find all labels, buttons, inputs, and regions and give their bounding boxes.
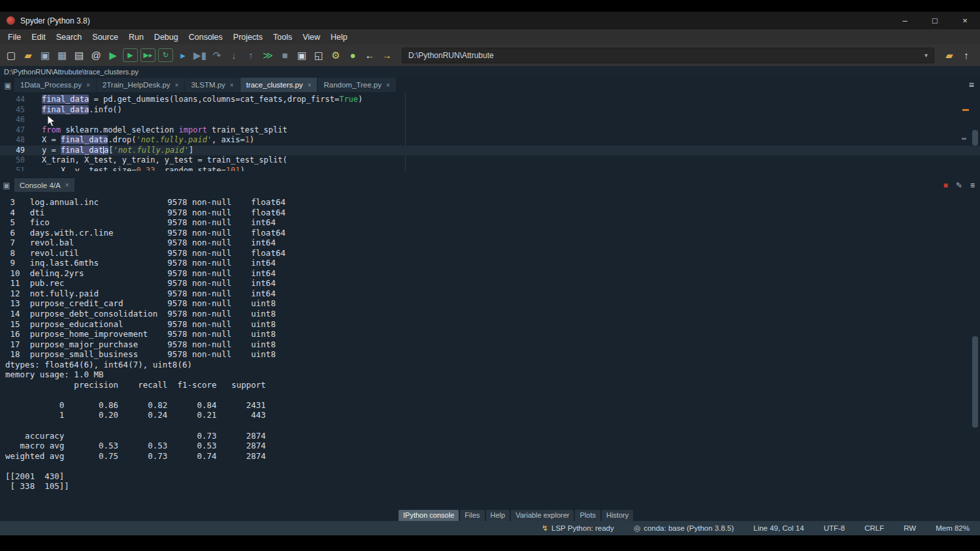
stop-button[interactable]: ■ xyxy=(276,47,293,64)
code-text[interactable]: X, y, test_size=0.33, random_state=101) xyxy=(34,166,245,172)
run-file-icon: ▶ xyxy=(109,50,117,61)
browse-console-tabs-icon[interactable]: ▣ xyxy=(0,178,13,192)
step-into-icon: ↓ xyxy=(231,50,237,61)
code-text[interactable]: final_data.info() xyxy=(34,105,122,116)
rerun-cell-icon: ↻ xyxy=(163,51,169,59)
tab-2train-helpdesk-py[interactable]: 2Train_HelpDesk.py× xyxy=(97,78,185,92)
menu-file[interactable]: File xyxy=(3,31,26,43)
forward-button[interactable]: → xyxy=(378,47,395,64)
menu-view[interactable]: View xyxy=(297,31,325,43)
save-all-button[interactable]: ▦ xyxy=(54,47,71,64)
back-button[interactable]: ← xyxy=(361,47,378,64)
scrollflag-occurrence-marker xyxy=(962,138,966,140)
close-tab-icon[interactable]: × xyxy=(230,82,234,89)
code-text[interactable]: from sklearn.model_selection import trai… xyxy=(34,125,287,136)
step-return-icon: ↑ xyxy=(248,50,253,61)
new-file-button[interactable]: ▢ xyxy=(3,47,20,64)
working-directory-combobox[interactable]: D:\PythonRUN\Attrubute ▾ xyxy=(402,48,934,63)
code-editor[interactable]: 44final_data = pd.get_dummies(loans,colu… xyxy=(0,92,980,171)
code-text[interactable] xyxy=(34,115,42,125)
console-tab-label: Console 4/A xyxy=(20,181,61,189)
menu-run[interactable]: Run xyxy=(123,31,149,43)
run-cell-advance-button[interactable]: ▶▸ xyxy=(140,48,155,62)
file-switcher-button[interactable]: ▤ xyxy=(71,47,88,64)
step-return-button[interactable]: ↑ xyxy=(242,47,259,64)
editor-options-icon[interactable]: ≡ xyxy=(969,80,974,90)
close-tab-icon[interactable]: × xyxy=(308,82,312,89)
menu-consoles[interactable]: Consoles xyxy=(184,31,228,43)
back-icon: ← xyxy=(365,50,375,61)
open-file-icon: ▰ xyxy=(24,50,32,61)
debug-file-button[interactable]: ▶▮ xyxy=(191,47,208,64)
console-scrollbar-thumb[interactable] xyxy=(972,336,978,428)
maximize-button[interactable]: □ xyxy=(920,12,950,29)
step-over-button[interactable]: ↷ xyxy=(208,47,225,64)
browse-directory-icon: ▰ xyxy=(945,50,953,61)
menu-tools[interactable]: Tools xyxy=(268,31,297,43)
console-tab[interactable]: Console 4/A × xyxy=(14,178,74,192)
minimize-button[interactable]: – xyxy=(890,12,920,29)
browse-tabs-icon[interactable]: ▣ xyxy=(1,78,14,92)
editor-tab-bar: ▣ 1Data_Process.py×2Train_HelpDesk.py×3L… xyxy=(0,77,980,92)
tab-random-tree-py[interactable]: Random_Tree.py× xyxy=(318,78,395,92)
tab-help[interactable]: Help xyxy=(486,510,510,521)
tab-variable-explorer[interactable]: Variable explorer xyxy=(511,510,574,521)
close-tab-icon[interactable]: × xyxy=(86,82,90,89)
tab-3lstm-py[interactable]: 3LSTM.py× xyxy=(185,78,239,92)
menu-debug[interactable]: Debug xyxy=(149,31,184,43)
parent-directory-button[interactable]: ↑ xyxy=(958,47,975,64)
conda-status: ◎conda: base (Python 3.8.5) xyxy=(634,524,734,533)
browse-directory-button[interactable]: ▰ xyxy=(941,47,958,64)
menu-projects[interactable]: Projects xyxy=(228,31,268,43)
fullscreen-button[interactable]: ◱ xyxy=(310,47,327,64)
menu-source[interactable]: Source xyxy=(87,31,123,43)
step-into-button[interactable]: ↓ xyxy=(225,47,242,64)
menu-edit[interactable]: Edit xyxy=(26,31,51,43)
open-file-button[interactable]: ▰ xyxy=(20,47,37,64)
preferences-button[interactable]: ⚙ xyxy=(327,47,344,64)
tab-history[interactable]: History xyxy=(602,510,633,521)
console-options-button[interactable]: ≡ xyxy=(970,181,975,190)
close-console-icon[interactable]: × xyxy=(65,181,69,189)
continue-button[interactable]: ≫ xyxy=(259,47,276,64)
run-selection-icon: ▸ xyxy=(180,50,186,61)
tab-ipython-console[interactable]: IPython console xyxy=(399,510,459,521)
maximize-pane-button[interactable]: ▣ xyxy=(293,47,310,64)
tab-files[interactable]: Files xyxy=(460,510,484,521)
code-text[interactable]: y = final_data['not.fully.paid'] xyxy=(34,146,193,156)
python-env-button[interactable]: ● xyxy=(344,47,361,64)
tab-trace-clusters-py[interactable]: trace_clusters.py× xyxy=(240,78,318,92)
editor-tabs: 1Data_Process.py×2Train_HelpDesk.py×3LST… xyxy=(14,78,397,92)
interrupt-kernel-button[interactable]: ■ xyxy=(943,181,948,190)
run-selection-button[interactable]: ▸ xyxy=(174,47,191,64)
rerun-cell-button[interactable]: ↻ xyxy=(158,48,173,62)
console-panel[interactable]: 3 log.annual.inc 9578 non-null float64 4… xyxy=(0,193,980,509)
menu-help[interactable]: Help xyxy=(325,31,353,43)
code-text[interactable]: X_train, X_test, y_train, y_test = train… xyxy=(34,155,287,166)
chevron-down-icon: ▾ xyxy=(924,52,928,59)
tab-label: 2Train_HelpDesk.py xyxy=(103,81,171,89)
tab-plots[interactable]: Plots xyxy=(575,510,600,521)
find-symbols-button[interactable]: @ xyxy=(88,47,105,64)
run-cell-button[interactable]: ▶ xyxy=(123,48,138,62)
status-bar: ↯LSP Python: ready◎conda: base (Python 3… xyxy=(0,521,980,535)
menu-bar: FileEditSearchSourceRunDebugConsolesProj… xyxy=(0,29,980,44)
run-file-button[interactable]: ▶ xyxy=(105,47,122,64)
code-text[interactable]: final_data = pd.get_dummies(loans,column… xyxy=(34,95,363,105)
code-line: 44final_data = pd.get_dummies(loans,colu… xyxy=(0,95,980,105)
editor-scrollbar-thumb[interactable] xyxy=(972,130,978,146)
remove-variables-button[interactable]: ✎ xyxy=(956,181,962,190)
menu-search[interactable]: Search xyxy=(51,31,88,43)
tab-1data-process-py[interactable]: 1Data_Process.py× xyxy=(14,78,96,92)
save-icon: ▣ xyxy=(41,50,50,61)
line-number: 45 xyxy=(0,105,34,116)
close-tab-icon[interactable]: × xyxy=(386,82,390,89)
close-button[interactable]: × xyxy=(950,12,980,29)
pane-tab-bar: IPython consoleFilesHelpVariable explore… xyxy=(0,509,980,521)
code-text[interactable]: X = final_data.drop('not.fully.paid', ax… xyxy=(34,135,254,146)
close-tab-icon[interactable]: × xyxy=(175,82,179,89)
main-toolbar: ▢▰▣▦▤@▶▶▶▸↻▸▶▮↷↓↑≫■▣◱⚙●←→ D:\PythonRUN\A… xyxy=(0,44,980,66)
save-button[interactable]: ▣ xyxy=(37,47,54,64)
continue-icon: ≫ xyxy=(263,50,273,61)
console-output[interactable]: 3 log.annual.inc 9578 non-null float64 4… xyxy=(0,193,980,492)
